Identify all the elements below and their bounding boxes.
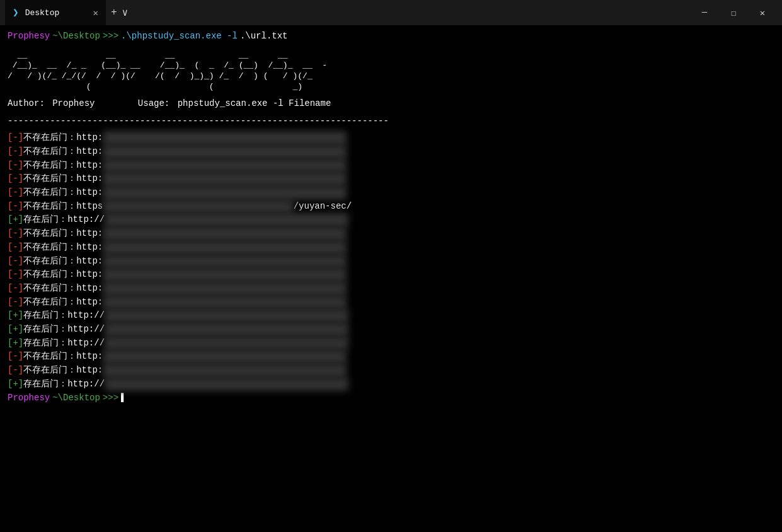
info-line: Author: Prophesy Usage: phpstudy_scan.ex… bbox=[8, 98, 774, 110]
blurred-url-14: //xxxxxxxxxxxxxxxxxxxxxxxxxxxxxxxxxxxxxx… bbox=[105, 309, 348, 323]
result-line-12: [-] 不存在后门：http: //xxxxxxxxxxxxxxxxxxxxxx… bbox=[8, 282, 774, 296]
blurred-url-18: //xxxxxxxxxxxxxxxxxxxxxxxxxxxxxxxxxxxxxx… bbox=[103, 364, 346, 378]
result-line-3: [-] 不存在后门：http: //xxxxxxxxxxxxxxxxxxxxxx… bbox=[8, 159, 774, 173]
tab-dropdown-button[interactable]: ∨ bbox=[122, 6, 129, 19]
top-prompt-line: Prophesy ~\Desktop >>> .\phpstudy_scan.e… bbox=[8, 30, 774, 43]
minimize-button[interactable]: ─ bbox=[690, 0, 719, 25]
blurred-url-16: //xxxxxxxxxxxxxxxxxxxxxxxxxxxxxxxxxxxxxx… bbox=[105, 337, 348, 350]
tag-neg-4: [-] bbox=[8, 172, 23, 186]
titlebar-controls-left: + ∨ bbox=[111, 6, 128, 19]
result-line-8: [-] 不存在后门：http: //xxxxxxxxxxxxxxxxxxxxxx… bbox=[8, 227, 774, 241]
usage-value: phpstudy_scan.exe -l Filename bbox=[178, 98, 331, 108]
powershell-icon: ❯ bbox=[13, 6, 19, 19]
titlebar-tabs: ❯ Desktop ✕ + ∨ bbox=[5, 0, 690, 25]
blurred-url-6: //xxxxxxxxxxxxxxxxxxxxxxxxxxxxxxxxxx bbox=[103, 200, 293, 214]
prompt-arrow: >>> bbox=[103, 30, 118, 43]
ascii-art-banner: __ __ __ __ __ /__)_ __ /_ _ (__)_ __ /_… bbox=[8, 50, 774, 93]
blurred-url-19: //xxxxxxxxxxxxxxxxxxxxxxxxxxxxxxxxxxxxxx… bbox=[105, 378, 348, 391]
result-line-17: [-] 不存在后门：http: //xxxxxxxxxxxxxxxxxxxxxx… bbox=[8, 350, 774, 364]
usage-label: Usage: bbox=[138, 98, 170, 108]
blurred-url-11: //xxxxxxxxxxxxxxxxxxxxxxxxxxxxxxxxxxxxxx… bbox=[103, 268, 346, 282]
result-line-15: [+] 存在后门：http:// //xxxxxxxxxxxxxxxxxxxxx… bbox=[8, 323, 774, 337]
new-tab-button[interactable]: + bbox=[111, 7, 117, 18]
blurred-url-17: //xxxxxxxxxxxxxxxxxxxxxxxxxxxxxxxxxxxxxx… bbox=[103, 350, 346, 364]
tag-neg-8: [-] bbox=[8, 227, 23, 241]
bottom-cursor: ▌ bbox=[121, 392, 126, 405]
prompt-username: Prophesy bbox=[8, 30, 50, 43]
blurred-url-1: //xxxxxxxxxxxxxxxxxxxxxxxxxxxxxxxxxxxxxx… bbox=[103, 131, 346, 145]
titlebar: ❯ Desktop ✕ + ∨ ─ ☐ ✕ bbox=[0, 0, 782, 25]
prompt-arguments: .\url.txt bbox=[240, 30, 288, 43]
blurred-url-7: //xxxxxxxxxxxxxxxxxxxxxxxxxxxxxxxxxxxxxx… bbox=[105, 213, 348, 227]
prompt-path: ~\Desktop bbox=[52, 30, 100, 43]
tag-pos-15: [+] bbox=[8, 323, 23, 337]
separator-line: ----------------------------------------… bbox=[8, 115, 774, 128]
bottom-prompt-username: Prophesy bbox=[8, 392, 50, 405]
blurred-url-15: //xxxxxxxxxxxxxxxxxxxxxxxxxxxxxxxxxxxxxx… bbox=[105, 323, 348, 337]
blurred-url-3: //xxxxxxxxxxxxxxxxxxxxxxxxxxxxxxxxxxxxxx… bbox=[103, 159, 346, 173]
prompt-command: .\phpstudy_scan.exe -l bbox=[121, 30, 238, 43]
close-window-button[interactable]: ✕ bbox=[748, 0, 777, 25]
titlebar-controls-right: ─ ☐ ✕ bbox=[690, 0, 777, 25]
active-tab[interactable]: ❯ Desktop ✕ bbox=[5, 0, 106, 25]
maximize-button[interactable]: ☐ bbox=[719, 0, 748, 25]
result-line-14: [+] 存在后门：http:// //xxxxxxxxxxxxxxxxxxxxx… bbox=[8, 309, 774, 323]
blurred-url-8: //xxxxxxxxxxxxxxxxxxxxxxxxxxxxxxxxxxxxxx… bbox=[103, 227, 346, 241]
blurred-url-5: //xxxxxxxxxxxxxxxxxxxxxxxxxxxxxxxxxxxxxx… bbox=[103, 186, 346, 200]
result-line-1: [-] 不存在后门：http: //xxxxxxxxxxxxxxxxxxxxxx… bbox=[8, 131, 774, 145]
tag-neg-5: [-] bbox=[8, 186, 23, 200]
result-line-4: [-] 不存在后门：http: //xxxxxxxxxxxxxxxxxxxxxx… bbox=[8, 172, 774, 186]
blurred-url-9: //xxxxxxxxxxxxxxxxxxxxxxxxxxxxxxxxxxxxxx… bbox=[103, 241, 346, 255]
blurred-url-12: //xxxxxxxxxxxxxxxxxxxxxxxxxxxxxxxxxxxxxx… bbox=[103, 282, 346, 296]
blurred-url-10: //xxxxxxxxxxxxxxxxxxxxxxxxxxxxxxxxxxxxxx… bbox=[103, 255, 346, 269]
tag-pos-19: [+] bbox=[8, 378, 23, 391]
blurred-url-4: //xxxxxxxxxxxxxxxxxxxxxxxxxxxxxxxxxxxxxx… bbox=[103, 172, 346, 186]
result-line-13: [-] 不存在后门：http: //xxxxxxxxxxxxxxxxxxxxxx… bbox=[8, 296, 774, 309]
bottom-prompt-line: Prophesy ~\Desktop >>> ▌ bbox=[8, 392, 774, 405]
result-line-10: [-] 不存在后门：http: //xxxxxxxxxxxxxxxxxxxxxx… bbox=[8, 255, 774, 269]
blurred-url-2: //xxxxxxxxxxxxxxxxxxxxxxxxxxxxxxxxxxxxxx… bbox=[103, 145, 346, 159]
result-line-2: [-] 不存在后门：http: //xxxxxxxxxxxxxxxxxxxxxx… bbox=[8, 145, 774, 159]
terminal-content[interactable]: Prophesy ~\Desktop >>> .\phpstudy_scan.e… bbox=[0, 25, 782, 532]
tag-neg-17: [-] bbox=[8, 350, 23, 364]
bottom-prompt-arrow: >>> bbox=[103, 392, 118, 405]
result-line-16: [+] 存在后门：http:// //xxxxxxxxxxxxxxxxxxxxx… bbox=[8, 337, 774, 350]
blurred-url-13: //xxxxxxxxxxxxxxxxxxxxxxxxxxxxxxxxxxxxxx… bbox=[103, 296, 346, 309]
result-lines-container: [-] 不存在后门：http: //xxxxxxxxxxxxxxxxxxxxxx… bbox=[8, 131, 774, 391]
tag-neg-13: [-] bbox=[8, 296, 23, 309]
tag-neg-10: [-] bbox=[8, 255, 23, 269]
tag-pos-14: [+] bbox=[8, 309, 23, 323]
tag-neg-9: [-] bbox=[8, 241, 23, 255]
author-value: Prophesy bbox=[52, 98, 95, 108]
result-line-7: [+] 存在后门：http:// //xxxxxxxxxxxxxxxxxxxxx… bbox=[8, 213, 774, 227]
author-label: Author: bbox=[8, 98, 45, 108]
result-line-18: [-] 不存在后门：http: //xxxxxxxxxxxxxxxxxxxxxx… bbox=[8, 364, 774, 378]
tag-neg-6: [-] bbox=[8, 200, 23, 214]
visible-url-6: /yuyan-sec/ bbox=[294, 200, 352, 214]
result-line-5: [-] 不存在后门：http: //xxxxxxxxxxxxxxxxxxxxxx… bbox=[8, 186, 774, 200]
tag-neg-18: [-] bbox=[8, 364, 23, 378]
bottom-prompt-path: ~\Desktop bbox=[52, 392, 100, 405]
tag-neg-1: [-] bbox=[8, 131, 23, 145]
result-line-19: [+] 存在后门：http:// //xxxxxxxxxxxxxxxxxxxxx… bbox=[8, 378, 774, 391]
tab-close-button[interactable]: ✕ bbox=[93, 8, 98, 18]
result-line-6: [-] 不存在后门：https //xxxxxxxxxxxxxxxxxxxxxx… bbox=[8, 200, 774, 214]
tag-pos-7: [+] bbox=[8, 213, 23, 227]
tag-neg-3: [-] bbox=[8, 159, 23, 173]
tag-neg-11: [-] bbox=[8, 268, 23, 282]
tag-pos-16: [+] bbox=[8, 337, 23, 350]
result-line-11: [-] 不存在后门：http: //xxxxxxxxxxxxxxxxxxxxxx… bbox=[8, 268, 774, 282]
tab-label: Desktop bbox=[25, 8, 60, 18]
tag-neg-2: [-] bbox=[8, 145, 23, 159]
tag-neg-12: [-] bbox=[8, 282, 23, 296]
result-line-9: [-] 不存在后门：http: //xxxxxxxxxxxxxxxxxxxxxx… bbox=[8, 241, 774, 255]
